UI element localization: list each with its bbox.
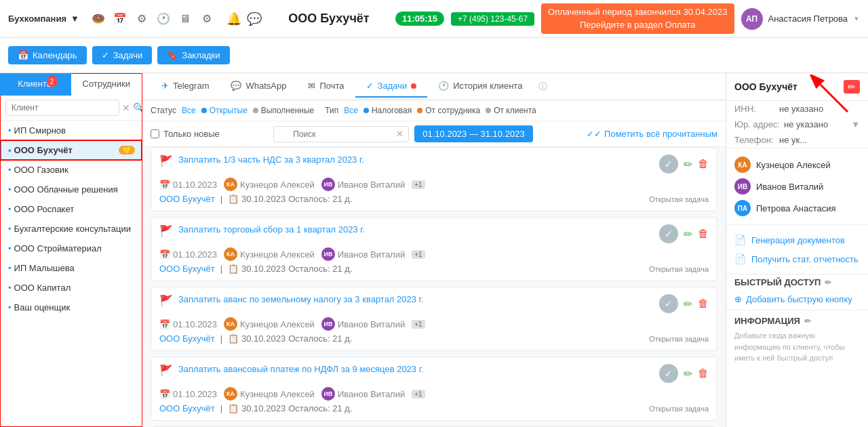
- task-client: ООО Бухучёт: [159, 333, 215, 344]
- task-edit-icon[interactable]: ✏: [684, 298, 692, 310]
- task-date: 📅 01.10.2023: [159, 389, 217, 399]
- task-edit-icon[interactable]: ✏: [684, 158, 692, 171]
- team-name-1: Кузнецов Алексей: [756, 160, 831, 170]
- sidebar-item-ooo-oblachnye[interactable]: • ООО Облачные решения: [0, 180, 142, 199]
- status-label: Статус: [151, 106, 176, 115]
- settings-icon[interactable]: ⚙: [134, 11, 150, 27]
- info-heading: ИНФОРМАЦИЯ ✏: [734, 316, 860, 326]
- tab-bookmarks[interactable]: 🔖 Закладки: [157, 46, 229, 64]
- right-panel-edit-icon[interactable]: ✏: [844, 80, 860, 94]
- tab-zadachi[interactable]: ✓ Задачи: [355, 75, 428, 98]
- tab-calendar[interactable]: 📅 Календарь: [8, 46, 87, 64]
- only-new-check[interactable]: [151, 129, 159, 138]
- search-clear-icon[interactable]: ✕: [396, 129, 403, 139]
- status-filter-row: Статус Все Открытые Выполненные: [151, 106, 314, 115]
- search-icon[interactable]: 🔍: [133, 102, 142, 113]
- sidebar-item-ooo-buhuchet[interactable]: • ООО Бухучёт 💛: [0, 140, 142, 160]
- quick-access-section: 📄 Генерация документов 📄 Получить стат. …: [726, 224, 868, 274]
- notification-icon[interactable]: 🔔: [226, 11, 242, 27]
- clear-search-icon[interactable]: ✕: [122, 102, 130, 113]
- type-from-client[interactable]: От клиента: [486, 106, 536, 115]
- status-done[interactable]: Выполненные: [253, 106, 314, 115]
- task-complete-button[interactable]: ✓: [659, 155, 678, 174]
- search-bar: 🔍 ✕ 01.10.2023 — 31.10.2023: [273, 125, 532, 142]
- pie-icon[interactable]: 🍩: [90, 11, 106, 27]
- sidebar-item-ip-malysheva[interactable]: • ИП Малышева: [0, 258, 142, 278]
- open-dot: [201, 108, 207, 113]
- task-title[interactable]: Заплатить авансовый платеж по НДФЛ за 9 …: [178, 364, 654, 374]
- whatsapp-icon[interactable]: 💬: [246, 11, 262, 27]
- tab-whatsapp[interactable]: 💬 WhatsApp: [220, 75, 297, 98]
- task-search-input[interactable]: [273, 126, 409, 142]
- sidebar-tab-employees[interactable]: Сотрудники: [71, 73, 142, 96]
- tab-mail[interactable]: ✉ Почта: [297, 75, 355, 98]
- mark-read-button[interactable]: ✓✓ Пометить всё прочитанным: [587, 129, 717, 139]
- generate-docs-button[interactable]: 📄 Генерация документов: [734, 230, 860, 249]
- add-quick-button[interactable]: ⊕ Добавить быструю кнопку: [734, 291, 860, 307]
- task-title[interactable]: Заплатить аванс по земельному налогу за …: [178, 294, 654, 304]
- task-edit-icon[interactable]: ✏: [684, 228, 692, 241]
- status-open[interactable]: Открытые: [201, 106, 248, 115]
- only-new-checkbox[interactable]: Только новые: [151, 129, 220, 139]
- tab-tasks[interactable]: ✓ Задачи: [92, 46, 153, 64]
- sidebar-item-bukhkonsult[interactable]: • Бухгалтерские консультации: [0, 219, 142, 239]
- task-delete-icon[interactable]: 🗑: [698, 298, 709, 310]
- quick-access-edit-icon[interactable]: ✏: [825, 278, 831, 287]
- mail-icon: ✉: [308, 81, 315, 91]
- item-name: ИП Смирнов: [14, 125, 135, 136]
- task-delete-icon[interactable]: 🗑: [698, 158, 709, 170]
- user-avatar-1: КА: [224, 387, 237, 401]
- task-client: ООО Бухучёт: [159, 264, 215, 274]
- sidebar-tab-clients[interactable]: Клиенты 2: [0, 73, 71, 96]
- client-tabs: ✈ Telegram 💬 WhatsApp ✉ Почта ✓ Задачи 🕐…: [142, 73, 726, 100]
- tab-history[interactable]: 🕐 История клиента: [427, 75, 533, 98]
- task-user1: КА Кузнецов Алексей: [224, 247, 315, 261]
- sidebar-item-ip-smirnov[interactable]: • ИП Смирнов: [0, 121, 142, 140]
- brand[interactable]: Бухкомпания ▼: [8, 14, 79, 24]
- right-panel-header: ООО Бухучёт ✏: [726, 73, 868, 101]
- monitor-icon[interactable]: 🖥: [177, 11, 193, 27]
- task-actions: ✓ ✏ 🗑: [659, 294, 709, 313]
- type-from-employee[interactable]: От сотрудника: [417, 106, 480, 115]
- task-complete-button[interactable]: ✓: [659, 294, 678, 313]
- sidebar-item-vash-otsensh[interactable]: • Ваш оценщик: [0, 298, 142, 317]
- user-avatar: АП: [741, 8, 763, 30]
- tax-dot: [363, 108, 369, 113]
- type-all[interactable]: Все: [344, 106, 358, 115]
- task-complete-button[interactable]: ✓: [659, 364, 678, 383]
- dot-icon: •: [8, 125, 12, 136]
- info-edit-icon[interactable]: ✏: [804, 317, 811, 326]
- task-list: 🚩 Заплатить 1/3 часть НДС за 3 квартал 2…: [142, 147, 726, 427]
- generate-docs-icon: 📄: [734, 235, 746, 245]
- info-icon[interactable]: ⓘ: [538, 81, 547, 93]
- task-flag-icon: 🚩: [159, 364, 173, 377]
- task-edit-icon[interactable]: ✏: [684, 367, 692, 380]
- tab-telegram[interactable]: ✈ Telegram: [151, 75, 220, 98]
- dot-icon: •: [8, 165, 12, 175]
- get-stat-report-button[interactable]: 📄 Получить стат. отчетность: [734, 249, 860, 268]
- sidebar-item-ooo-kapital[interactable]: • ООО Капитал: [0, 278, 142, 298]
- sidebar-item-ooo-rospakет[interactable]: • ООО Роспакет: [0, 199, 142, 219]
- clock-icon[interactable]: 🕐: [155, 11, 172, 27]
- team-name-2: Иванов Виталий: [756, 182, 823, 192]
- user-info[interactable]: АП Анастасия Петрова ▼: [741, 8, 860, 30]
- task-footer: ООО Бухучёт | 📋 30.10.2023 Осталось: 21 …: [159, 264, 709, 274]
- task-title[interactable]: Заплатить торговый сбор за 1 квартал 202…: [178, 224, 654, 235]
- task-delete-icon[interactable]: 🗑: [698, 367, 709, 380]
- task-user2: ИВ Иванов Виталий: [321, 247, 405, 261]
- status-all[interactable]: Все: [182, 106, 196, 115]
- task-complete-button[interactable]: ✓: [659, 224, 678, 243]
- gear-icon[interactable]: ⚙: [199, 11, 215, 27]
- task-flag-icon: 🚩: [159, 294, 173, 307]
- user-avatar-2: ИВ: [321, 317, 335, 331]
- type-tax[interactable]: Налоговая: [363, 106, 412, 115]
- search-input[interactable]: [5, 100, 119, 116]
- date-range-button[interactable]: 01.10.2023 — 31.10.2023: [414, 125, 532, 142]
- sidebar-item-ooo-gazovik[interactable]: • ООО Газовик: [0, 160, 142, 180]
- expand-icon[interactable]: ▼: [851, 119, 860, 129]
- calendar-icon[interactable]: 📅: [112, 11, 128, 27]
- task-delete-icon[interactable]: 🗑: [698, 228, 709, 240]
- sidebar-search-area: ✕ 🔍 ⋮: [0, 96, 142, 121]
- task-title[interactable]: Заплатить 1/3 часть НДС за 3 квартал 202…: [178, 155, 654, 165]
- sidebar-item-ooo-stroy[interactable]: • ООО Стройматериал: [0, 239, 142, 258]
